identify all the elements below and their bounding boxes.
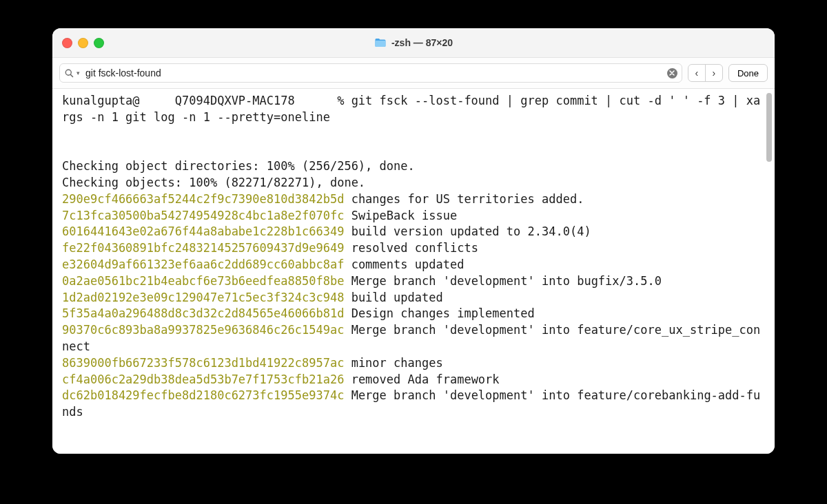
chevron-down-icon[interactable]: ▾ [76, 70, 80, 76]
svg-line-1 [70, 74, 72, 76]
close-button[interactable] [62, 38, 72, 48]
done-button[interactable]: Done [728, 64, 768, 82]
find-input[interactable]: ▾ git fsck-lost-found [59, 63, 682, 83]
titlebar: -zsh — 87×20 [52, 28, 775, 58]
terminal-output[interactable]: kunalgupta@ Q7094DQXVP-MAC178 % git fsck… [52, 89, 775, 429]
find-query-text: git fsck-lost-found [85, 67, 664, 78]
window-controls [62, 38, 104, 48]
folder-icon [374, 38, 386, 48]
zoom-button[interactable] [94, 38, 104, 48]
window-title-text: -zsh — 87×20 [391, 37, 453, 48]
search-icon [64, 68, 74, 78]
terminal-window: -zsh — 87×20 ▾ git fsck-lost-found ‹ › D… [52, 28, 775, 454]
find-prev-next: ‹ › [688, 64, 723, 82]
minimize-button[interactable] [78, 38, 88, 48]
window-title: -zsh — 87×20 [374, 37, 453, 48]
find-next-button[interactable]: › [706, 65, 722, 81]
find-prev-button[interactable]: ‹ [688, 65, 706, 81]
clear-search-button[interactable] [667, 68, 677, 78]
terminal-viewport[interactable]: kunalgupta@ Q7094DQXVP-MAC178 % git fsck… [52, 89, 775, 454]
scrollbar-thumb[interactable] [766, 93, 772, 162]
scrollbar[interactable] [766, 93, 773, 450]
find-bar: ▾ git fsck-lost-found ‹ › Done [52, 58, 775, 89]
